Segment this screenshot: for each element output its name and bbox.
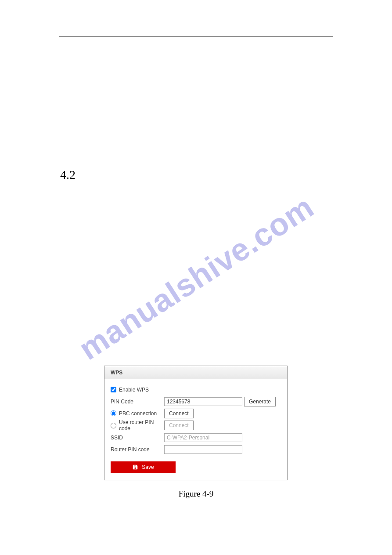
pbc-row: PBC connection Connect [111, 407, 281, 419]
enable-wps-label: Enable WPS [119, 387, 149, 393]
page-top-rule [59, 36, 333, 36]
save-icon [132, 464, 138, 470]
figure-caption: Figure 4-9 [0, 489, 392, 499]
routerpin-label: Router PIN code [111, 446, 150, 453]
routerpin-connect-button[interactable]: Connect [164, 421, 194, 430]
enable-wps-checkbox[interactable] [111, 387, 116, 392]
pin-code-input[interactable] [164, 397, 242, 406]
pin-code-row: PIN Code Generate [111, 395, 281, 407]
watermark: manualshive.com [72, 188, 320, 366]
enable-wps-row: Enable WPS [111, 384, 281, 395]
routerpin-radio[interactable] [111, 423, 116, 428]
routerpin-row: Router PIN code [111, 443, 281, 455]
pbc-label: PBC connection [119, 410, 157, 417]
ssid-label: SSID [111, 435, 123, 441]
routerpin-radio-label: Use router PIN code [119, 419, 164, 432]
save-button-label: Save [142, 464, 154, 470]
generate-button[interactable]: Generate [244, 397, 276, 406]
wps-panel-header: WPS [104, 366, 287, 379]
save-button[interactable]: Save [111, 461, 176, 473]
ssid-row: SSID [111, 432, 281, 443]
routerpin-input[interactable] [164, 445, 242, 454]
pbc-connect-button[interactable]: Connect [164, 409, 194, 418]
pin-code-label: PIN Code [111, 399, 133, 405]
wps-panel: WPS Enable WPS PIN Code Generate [104, 366, 288, 480]
section-number: 4.2 [60, 168, 76, 182]
ssid-input [164, 433, 242, 442]
pbc-radio[interactable] [111, 410, 116, 416]
routerpin-radio-row: Use router PIN code Connect [111, 419, 281, 432]
